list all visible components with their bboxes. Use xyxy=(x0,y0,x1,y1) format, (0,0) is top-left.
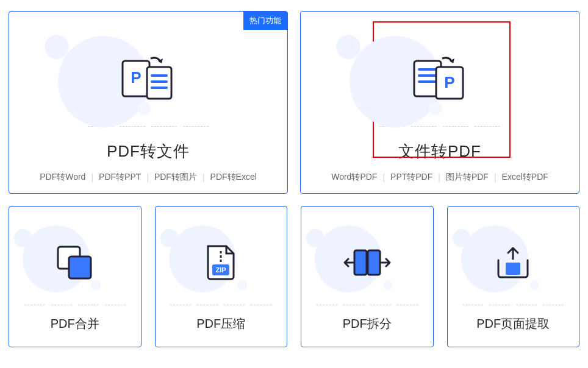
card-pdf-to-file[interactable]: 热门功能 P xyxy=(9,11,288,194)
card-tags: PDF转Word| PDF转PPT| PDF转图片| PDF转Excel xyxy=(40,172,257,183)
divider xyxy=(170,305,271,306)
card-illustration: P xyxy=(9,29,287,126)
row-primary: 热门功能 P xyxy=(9,11,579,194)
svg-text:ZIP: ZIP xyxy=(216,266,226,274)
tag[interactable]: 图片转PDF xyxy=(446,172,489,183)
svg-text:P: P xyxy=(131,68,141,87)
card-title: PDF合并 xyxy=(51,316,99,332)
pdf-to-file-icon: P xyxy=(120,56,176,106)
svg-rect-19 xyxy=(506,263,520,275)
card-pdf-merge[interactable]: PDF合并 xyxy=(9,206,142,347)
svg-rect-13 xyxy=(69,257,91,278)
card-illustration xyxy=(448,213,579,305)
tag[interactable]: PDF转Word xyxy=(40,172,85,183)
svg-rect-17 xyxy=(354,250,367,275)
card-title: PDF压缩 xyxy=(196,316,245,332)
split-icon xyxy=(343,247,391,281)
tool-grid: 热门功能 P xyxy=(0,0,588,358)
card-illustration: ZIP xyxy=(156,213,287,305)
tag[interactable]: PDF转PPT xyxy=(99,172,141,183)
tag[interactable]: PPT转PDF xyxy=(390,172,432,183)
tag[interactable]: Excel转PDF xyxy=(502,172,548,183)
divider xyxy=(462,305,564,306)
card-title: PDF转文件 xyxy=(107,141,190,162)
extract-icon xyxy=(493,246,532,282)
card-pdf-compress[interactable]: ZIP PDF压缩 xyxy=(155,206,288,347)
card-tags: Word转PDF| PPT转PDF| 图片转PDF| Excel转PDF xyxy=(331,172,548,183)
card-title: PDF拆分 xyxy=(343,316,392,332)
card-illustration xyxy=(301,213,433,305)
compress-icon: ZIP xyxy=(204,244,237,284)
tag[interactable]: PDF转图片 xyxy=(154,172,197,183)
svg-rect-18 xyxy=(368,250,380,275)
card-title: 文件转PDF xyxy=(398,141,481,162)
card-file-to-pdf[interactable]: P 文件转PDF Word转PDF| PPT转PDF| 图片转PDF| Exce… xyxy=(300,11,579,194)
divider xyxy=(24,305,126,306)
card-illustration: P xyxy=(301,29,579,126)
card-title: PDF页面提取 xyxy=(476,316,550,332)
card-pdf-split[interactable]: PDF拆分 xyxy=(301,206,434,347)
divider xyxy=(317,305,418,306)
merge-icon xyxy=(56,244,95,283)
card-illustration xyxy=(9,213,141,305)
tag[interactable]: PDF转Excel xyxy=(210,172,257,183)
tag[interactable]: Word转PDF xyxy=(331,172,377,183)
hot-badge: 热门功能 xyxy=(243,12,287,30)
svg-text:P: P xyxy=(444,73,454,91)
row-secondary: PDF合并 ZIP PDF压缩 xyxy=(9,206,579,347)
file-to-pdf-icon: P xyxy=(412,56,468,106)
card-pdf-extract[interactable]: PDF页面提取 xyxy=(447,206,580,347)
